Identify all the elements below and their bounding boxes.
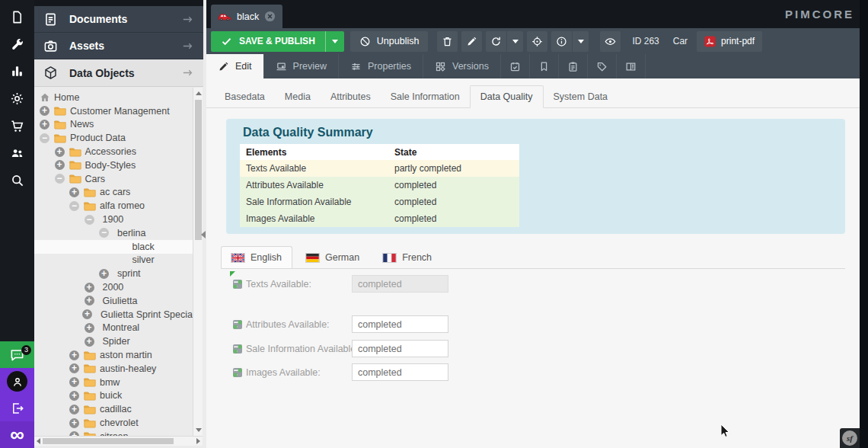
menu-reports-button[interactable] [0, 58, 34, 85]
scroll-down-arrow[interactable] [196, 428, 202, 432]
unpublish-button[interactable]: Unpublish [350, 31, 429, 52]
expand-icon[interactable]: + [40, 106, 49, 116]
sidebar-panel-data-objects[interactable]: Data Objects [34, 59, 203, 87]
rename-button[interactable] [461, 31, 482, 52]
menu-settings-button[interactable] [0, 85, 34, 113]
tree-node-Giulietta[interactable]: +Giulietta [34, 294, 193, 308]
tree-node-Accessories[interactable]: +Accessories [34, 145, 193, 158]
expand-icon[interactable]: + [82, 309, 92, 319]
tree-node-buick[interactable]: +buick [34, 389, 193, 403]
expand-icon[interactable]: + [85, 283, 94, 293]
tab-edit[interactable]: Edit [206, 54, 264, 78]
subtab-media[interactable]: Media [275, 85, 321, 107]
menu-tools-button[interactable] [0, 31, 34, 59]
user-profile-button[interactable] [0, 368, 34, 395]
info-dropdown-button[interactable] [572, 31, 589, 52]
expand-icon[interactable]: + [69, 187, 79, 197]
expand-icon[interactable]: + [69, 405, 79, 414]
tree-node-berlina[interactable]: −berlina [34, 226, 193, 240]
tab-bookmark[interactable] [530, 54, 559, 78]
open-object-tab[interactable]: black [211, 5, 282, 28]
expand-icon[interactable]: + [85, 323, 94, 333]
expand-icon[interactable]: + [69, 377, 79, 387]
tree-node-citroen[interactable]: +citroen [34, 430, 193, 436]
subtab-attributes[interactable]: Attributes [321, 85, 381, 107]
tree-node-Montreal[interactable]: +Montreal [34, 322, 193, 335]
open-preview-button[interactable] [600, 31, 621, 52]
tab-preview[interactable]: Preview [264, 54, 339, 78]
tree-node-alfa-romeo[interactable]: −alfa romeo [34, 199, 193, 213]
sidebar-panel-assets[interactable]: Assets [34, 33, 203, 59]
tree-node-Body-Styles[interactable]: +Body-Styles [34, 158, 193, 172]
tree-node-cadillac[interactable]: +cadillac [34, 402, 193, 416]
collapse-icon[interactable]: − [55, 174, 65, 184]
tree-horizontal-scrollbar[interactable] [34, 436, 203, 446]
tab-versions[interactable]: Versions [423, 54, 501, 78]
logout-button[interactable] [0, 395, 34, 421]
menu-search-button[interactable] [0, 167, 34, 194]
menu-customers-button[interactable] [0, 139, 34, 167]
tree-node-silver[interactable]: silver [34, 254, 193, 267]
tree-node-News[interactable]: +News [34, 118, 193, 132]
sidebar-panel-documents[interactable]: Documents [34, 6, 203, 33]
collapse-icon[interactable]: − [99, 228, 109, 238]
subtab-sale-information[interactable]: Sale Information [381, 85, 470, 107]
expand-icon[interactable]: + [69, 391, 79, 401]
expand-icon[interactable]: + [85, 296, 94, 306]
language-tab-english[interactable]: English [221, 246, 292, 268]
tree-node-chevrolet[interactable]: +chevrolet [34, 416, 193, 430]
reload-dropdown-button[interactable] [506, 31, 523, 52]
tab-schedule[interactable] [501, 54, 530, 78]
tree-node-bmw[interactable]: +bmw [34, 376, 193, 389]
notifications-button[interactable]: 3 [0, 341, 34, 368]
tab-notes[interactable] [559, 54, 588, 78]
scroll-left-arrow[interactable] [37, 438, 40, 444]
expand-icon[interactable]: + [40, 120, 49, 130]
collapse-icon[interactable]: − [40, 133, 49, 143]
scroll-up-arrow[interactable] [196, 91, 202, 95]
symfony-debug-toggle[interactable]: sf [840, 428, 860, 448]
print-pdf-button[interactable]: print-pdf [697, 31, 762, 52]
close-icon[interactable] [264, 11, 276, 22]
field-value-input[interactable]: completed [352, 340, 448, 357]
collapse-icon[interactable]: − [69, 201, 79, 211]
tree-vertical-scrollbar[interactable] [193, 88, 203, 436]
tree-node-black[interactable]: black [34, 240, 193, 254]
tab-tags[interactable] [588, 54, 617, 78]
expand-icon[interactable]: + [85, 337, 94, 347]
tab-properties[interactable]: Properties [339, 54, 423, 78]
tree-node-Gulietta-Sprint-Specia[interactable]: +Gulietta Sprint Specia [34, 308, 193, 322]
tree-node-sprint[interactable]: +sprint [34, 267, 193, 280]
tree-node-Product-Data[interactable]: −Product Data [34, 131, 193, 145]
scrollbar-thumb[interactable] [43, 438, 174, 444]
tree-node-ac-cars[interactable]: +ac cars [34, 186, 193, 200]
tree-node-Cars[interactable]: −Cars [34, 172, 193, 186]
expand-icon[interactable]: + [99, 269, 109, 279]
save-publish-button[interactable]: SAVE & PUBLISH [211, 31, 344, 52]
expand-icon[interactable]: + [69, 350, 79, 360]
language-tab-german[interactable]: German [296, 247, 369, 268]
tree-node-2000[interactable]: +2000 [34, 280, 193, 294]
expand-icon[interactable]: + [69, 363, 79, 373]
tree-node-1900[interactable]: −1900 [34, 213, 193, 226]
tree-node-Spider[interactable]: +Spider [34, 334, 193, 348]
locate-in-tree-button[interactable] [527, 31, 547, 52]
field-value-input[interactable]: completed [352, 315, 448, 333]
scrollbar-thumb[interactable] [195, 100, 202, 240]
subtab-data-quality[interactable]: Data Quality [470, 85, 544, 108]
field-value-input[interactable]: completed [352, 363, 448, 381]
language-tab-french[interactable]: French [373, 247, 442, 268]
tab-reports[interactable] [617, 54, 646, 78]
reload-button[interactable] [486, 31, 506, 52]
collapse-sidebar-icon[interactable] [201, 231, 206, 238]
tree-node-Customer-Management[interactable]: +Customer Management [34, 104, 193, 118]
expand-icon[interactable]: + [69, 418, 79, 428]
delete-button[interactable] [437, 31, 458, 52]
save-dropdown-button[interactable] [325, 31, 344, 52]
info-button[interactable] [551, 31, 572, 52]
collapse-icon[interactable]: − [85, 215, 94, 225]
tree-node-austin-healey[interactable]: +austin-healey [34, 362, 193, 376]
menu-ecommerce-button[interactable] [0, 112, 34, 139]
subtab-system-data[interactable]: System Data [544, 85, 618, 107]
expand-icon[interactable]: + [55, 147, 65, 157]
